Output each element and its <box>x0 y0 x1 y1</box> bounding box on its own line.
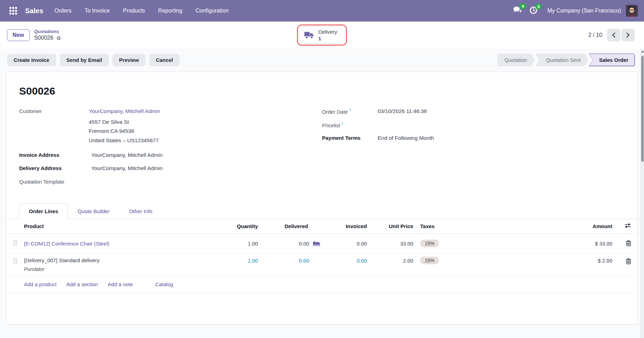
truck-icon <box>304 31 314 39</box>
unit-price-cell[interactable]: 2.00 <box>367 254 413 264</box>
tab-order-lines[interactable]: Order Lines <box>19 203 68 219</box>
status-step-quotation[interactable]: Quotation <box>497 54 535 66</box>
col-unit-price: Unit Price <box>367 223 413 229</box>
col-invoiced: Invoiced <box>321 223 367 229</box>
gear-icon[interactable]: ⚙ <box>56 35 61 42</box>
taxes-badge[interactable]: 15% <box>420 240 439 247</box>
nav-item-orders[interactable]: Orders <box>54 6 72 16</box>
delivery-address-field[interactable]: YourCompany, Mitchell Admin <box>89 164 163 172</box>
col-product: Product <box>24 223 202 229</box>
create-invoice-button[interactable]: Create Invoice <box>7 54 56 66</box>
scrollbar-up-arrow[interactable] <box>641 50 644 53</box>
help-icon: ? <box>349 108 351 112</box>
activities-count-badge: 8 <box>535 3 542 10</box>
optional-columns-button[interactable] <box>624 222 632 230</box>
taxes-badge[interactable]: 15% <box>420 257 439 264</box>
trash-icon <box>626 258 631 264</box>
new-button[interactable]: New <box>7 29 30 41</box>
tab-other-info[interactable]: Other Info <box>119 203 162 219</box>
navbar-systray: 6 8 My Company (San Francisco) <box>513 5 638 17</box>
address-line-city: Fremont CA 94538 <box>89 127 160 136</box>
nav-item-products[interactable]: Products <box>122 6 146 16</box>
control-panel: New Quotations S00026 ⚙ Delivery 1 2 / 1… <box>0 22 644 49</box>
drag-handle-icon[interactable] <box>14 254 24 265</box>
invoiced-cell[interactable]: 0.00 <box>321 254 367 264</box>
product-description: Purolator <box>24 266 202 272</box>
delete-line-button[interactable] <box>625 239 632 248</box>
chevron-right-icon <box>626 32 630 38</box>
delivery-smart-button-count: 1 <box>318 35 321 42</box>
messages-count-badge: 6 <box>520 3 526 9</box>
add-a-product-link[interactable]: Add a product <box>24 281 56 287</box>
product-cell[interactable]: [E-COM12] Conference Chair (Steel) <box>24 241 202 247</box>
status-step-sales-order[interactable]: Sales Order <box>589 54 635 66</box>
order-lines-header: Product Quantity Delivered Invoiced Unit… <box>7 219 637 234</box>
drag-handle-icon[interactable] <box>14 240 24 247</box>
activities-button[interactable]: 8 <box>529 6 537 16</box>
scrollbar-thumb[interactable] <box>641 56 644 162</box>
nav-item-reporting[interactable]: Reporting <box>157 6 183 16</box>
col-delivered: Delivered <box>258 223 321 229</box>
quantity-cell[interactable]: 1.00 <box>202 254 258 264</box>
status-step-quotation-sent[interactable]: Quotation Sent <box>535 54 588 66</box>
unit-price-cell[interactable]: 33.00 <box>367 241 413 247</box>
breadcrumb-quotations[interactable]: Quotations <box>34 29 61 35</box>
sliders-icon <box>625 223 631 228</box>
delivered-cell[interactable]: 0.00 <box>258 254 321 264</box>
trash-icon <box>626 240 631 246</box>
pricelist-label: Pricelist? <box>322 121 378 128</box>
order-date-label: Order Date? <box>322 107 378 115</box>
order-line-row[interactable]: [Delivery_007] Standard delivery Purolat… <box>7 254 637 276</box>
messages-button[interactable]: 6 <box>513 6 522 16</box>
add-a-section-link[interactable]: Add a section <box>66 281 98 287</box>
order-line-row[interactable]: [E-COM12] Conference Chair (Steel) 1.00 … <box>7 234 637 254</box>
payment-terms-label: Payment Terms <box>322 134 378 142</box>
cancel-button[interactable]: Cancel <box>149 54 180 66</box>
preview-button[interactable]: Preview <box>112 54 146 66</box>
invoice-address-field[interactable]: YourCompany, Mitchell Admin <box>89 151 163 159</box>
catalog-link[interactable]: Catalog <box>155 281 173 287</box>
invoiced-cell[interactable]: 0.00 <box>321 241 367 247</box>
apps-grid-icon[interactable] <box>6 4 20 18</box>
pager-value: 2 / 10 <box>588 32 602 38</box>
forecast-chart-icon[interactable] <box>312 240 321 247</box>
nav-item-to-invoice[interactable]: To Invoice <box>84 6 110 16</box>
avatar[interactable] <box>626 5 638 17</box>
customer-address: 4557 De Silva St Fremont CA 94538 United… <box>89 118 160 145</box>
form-sheet: S00026 Customer YourCompany, Mitchell Ad… <box>6 72 638 324</box>
statusbar: Quotation Quotation Sent Sales Order <box>497 54 635 66</box>
action-panel: Create Invoice Send by Email Preview Can… <box>0 49 644 71</box>
order-title: S00026 <box>19 85 625 97</box>
col-taxes: Taxes <box>413 223 497 229</box>
customer-field[interactable]: YourCompany, Mitchell Admin <box>89 107 160 115</box>
delivery-address-label: Delivery Address <box>19 164 89 172</box>
form-fields: Customer YourCompany, Mitchell Admin 455… <box>19 107 625 191</box>
delivered-cell[interactable]: 0.00 <box>299 241 309 247</box>
delivery-smart-button[interactable]: Delivery 1 <box>299 26 345 44</box>
pager-previous-button[interactable] <box>607 29 620 41</box>
send-by-email-button[interactable]: Send by Email <box>60 54 109 66</box>
pager-next-button[interactable] <box>621 29 635 41</box>
add-a-note-link[interactable]: Add a note <box>108 281 133 287</box>
product-cell[interactable]: [Delivery_007] Standard delivery <box>24 257 202 263</box>
user-company-menu[interactable]: My Company (San Francisco) <box>547 8 621 14</box>
col-amount: Amount <box>497 223 612 229</box>
notebook-tabs: Order Lines Quote Builder Other Info <box>7 203 637 219</box>
delete-line-button[interactable] <box>625 257 632 266</box>
status-step-sales-order-label: Sales Order <box>590 54 635 66</box>
nav-item-configuration[interactable]: Configuration <box>195 6 229 16</box>
order-date-field[interactable]: 03/10/2026 11:46:38 <box>378 107 427 115</box>
payment-terms-field[interactable]: End of Following Month <box>378 134 434 142</box>
help-icon: ? <box>341 122 344 126</box>
amount-cell: $ 2.00 <box>497 254 612 264</box>
order-lines-footer: Add a product Add a section Add a note C… <box>7 276 637 293</box>
address-line-street: 4557 De Silva St <box>89 118 160 127</box>
tab-quote-builder[interactable]: Quote Builder <box>68 203 119 219</box>
quantity-cell[interactable]: 1.00 <box>202 241 258 247</box>
quotation-template-label: Quotation Template <box>19 178 89 185</box>
breadcrumb: Quotations S00026 ⚙ <box>34 29 61 42</box>
vertical-scrollbar[interactable] <box>640 49 644 338</box>
invoice-address-label: Invoice Address <box>19 151 89 159</box>
app-name[interactable]: Sales <box>25 7 43 15</box>
customer-label: Customer <box>19 107 89 145</box>
